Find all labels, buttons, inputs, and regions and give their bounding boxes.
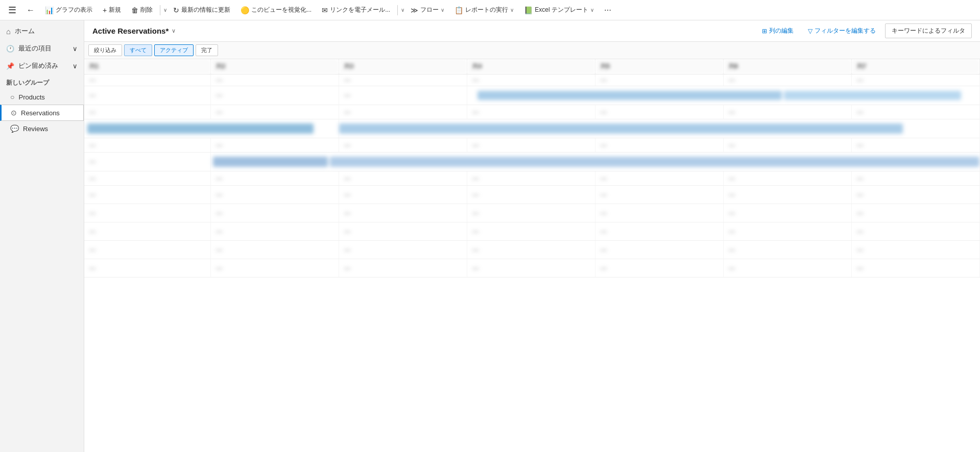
edit-columns-label: 列の編集 (769, 27, 794, 35)
graph-icon: 📊 (45, 6, 54, 14)
cell: — (851, 241, 979, 259)
keyword-filter-button[interactable]: キーワードによるフィルタ (885, 23, 972, 38)
refresh-button[interactable]: ↻ 最新の情報に更新 (169, 4, 234, 16)
table-row[interactable]: — — — — — — — (84, 138, 980, 153)
sidebar-item-reviews[interactable]: 💬 Reviews (0, 121, 84, 136)
cell: — (211, 204, 339, 222)
back-icon: ← (27, 6, 35, 14)
cell: — (724, 259, 852, 278)
hamburger-button[interactable]: ☰ (4, 3, 20, 18)
separator-1 (160, 5, 160, 15)
cell: — (724, 186, 852, 204)
reviews-icon: 💬 (10, 124, 19, 133)
sidebar-item-home[interactable]: ⌂ ホーム (0, 22, 84, 40)
table-row[interactable]: — — — — — — — (84, 241, 980, 259)
sub-filter-all[interactable]: 絞り込み (88, 44, 122, 56)
cell: — (84, 105, 211, 119)
timeline-cell (467, 86, 980, 105)
cell: — (595, 241, 724, 259)
cell: — (339, 241, 467, 259)
timeline-cell (339, 119, 980, 138)
excel-label: Excel テンプレート (535, 6, 588, 14)
col-header-7: 列7 (851, 59, 979, 74)
view-title-chevron-icon[interactable]: ∨ (172, 28, 176, 34)
graph-button[interactable]: 📊 グラフの表示 (41, 4, 97, 16)
cell: — (211, 186, 339, 204)
sidebar-item-reservations[interactable]: ⊙ Reservations (0, 105, 84, 121)
table-row[interactable]: — — — — — — — (84, 259, 980, 278)
edit-filter-button[interactable]: ▽ フィルターを編集する (803, 24, 881, 37)
sidebar-item-products[interactable]: ○ Products (0, 89, 84, 105)
visualize-button[interactable]: 🟡 このビューを視覚化... (236, 4, 316, 16)
edit-filter-icon: ▽ (808, 28, 812, 35)
table-row[interactable]: — — — — — — — (84, 74, 980, 86)
flow-button[interactable]: ≫ フロー ∨ (407, 4, 448, 16)
chevron-down-icon-1[interactable]: ∨ (163, 7, 167, 13)
grid-area[interactable]: 列1 列2 列3 列4 列5 列6 列7 — — — — (84, 59, 980, 452)
cell: — (211, 259, 339, 278)
email-button[interactable]: ✉ リンクを電子メール... (318, 4, 394, 16)
cell: — (211, 74, 339, 86)
table-row[interactable]: — — — — — — — (84, 171, 980, 186)
pinned-chevron-icon: ∨ (73, 62, 78, 70)
cell: — (595, 186, 724, 204)
sub-filter-btn-1[interactable]: すべて (124, 44, 152, 56)
email-icon: ✉ (322, 6, 328, 14)
sub-filter-bar: 絞り込み すべて アクティブ 完了 (84, 42, 980, 59)
reservations-icon: ⊙ (11, 109, 17, 117)
sidebar-item-recent[interactable]: 🕐 最近の項目 ∨ (0, 40, 84, 57)
table-row[interactable]: — — — — — — — (84, 204, 980, 222)
graph-label: グラフの表示 (56, 6, 92, 14)
cell: — (467, 204, 595, 222)
report-button[interactable]: 📋 レポートの実行 ∨ (450, 4, 518, 16)
delete-button[interactable]: 🗑 削除 (127, 4, 157, 16)
chevron-down-icon-2[interactable]: ∨ (401, 7, 404, 13)
products-icon: ○ (10, 93, 14, 101)
cell: — (467, 105, 595, 119)
chevron-down-icon-4: ∨ (510, 7, 514, 13)
sub-filter-active[interactable]: アクティブ (154, 44, 194, 56)
sub-filter-completed[interactable]: 完了 (196, 44, 218, 56)
cell: — (211, 86, 339, 105)
table-row[interactable]: — — — (84, 86, 980, 105)
cell: — (595, 138, 724, 153)
reviews-label: Reviews (23, 125, 48, 133)
cell: — (467, 259, 595, 278)
cell: — (851, 259, 979, 278)
more-button[interactable]: ⋯ (600, 4, 615, 16)
cell: — (724, 204, 852, 222)
cell: — (211, 105, 339, 119)
excel-button[interactable]: 📗 Excel テンプレート ∨ (520, 4, 598, 16)
cell: — (595, 74, 724, 86)
cell: — (84, 259, 211, 278)
sidebar: ⌂ ホーム 🕐 最近の項目 ∨ 📌 ピン留め済み ∨ 新しいグループ ○ Pro… (0, 20, 84, 452)
recent-icon: 🕐 (6, 45, 14, 53)
table-row[interactable]: — (84, 153, 980, 171)
table-row[interactable]: — — — — — — — (84, 105, 980, 119)
back-button[interactable]: ← (22, 4, 39, 17)
cell: — (851, 138, 979, 153)
edit-filter-label: フィルターを編集する (815, 27, 876, 35)
table-row[interactable]: — — — — — — — (84, 186, 980, 204)
col-header-2: 列2 (211, 59, 339, 74)
cell: — (211, 171, 339, 186)
cell: — (595, 204, 724, 222)
cell: — (84, 241, 211, 259)
cell: — (84, 153, 211, 171)
edit-columns-button[interactable]: ⊞ 列の編集 (757, 24, 799, 37)
table-row[interactable]: — — — — — — — (84, 222, 980, 241)
table-row[interactable] (84, 119, 980, 138)
cell: — (84, 222, 211, 241)
report-icon: 📋 (455, 6, 463, 14)
sidebar-item-pinned[interactable]: 📌 ピン留め済み ∨ (0, 57, 84, 74)
recent-label: 最近の項目 (18, 44, 52, 53)
cell: — (851, 204, 979, 222)
cell: — (339, 171, 467, 186)
grid-table: 列1 列2 列3 列4 列5 列6 列7 — — — — (84, 59, 980, 278)
keyword-filter-label: キーワードによるフィルタ (892, 27, 965, 34)
cell: — (467, 74, 595, 86)
new-button[interactable]: + 新規 (99, 4, 125, 16)
home-label: ホーム (15, 27, 35, 36)
hamburger-icon: ☰ (8, 5, 16, 15)
content-area: Active Reservations* ∨ ⊞ 列の編集 ▽ フィルターを編集… (84, 20, 980, 452)
